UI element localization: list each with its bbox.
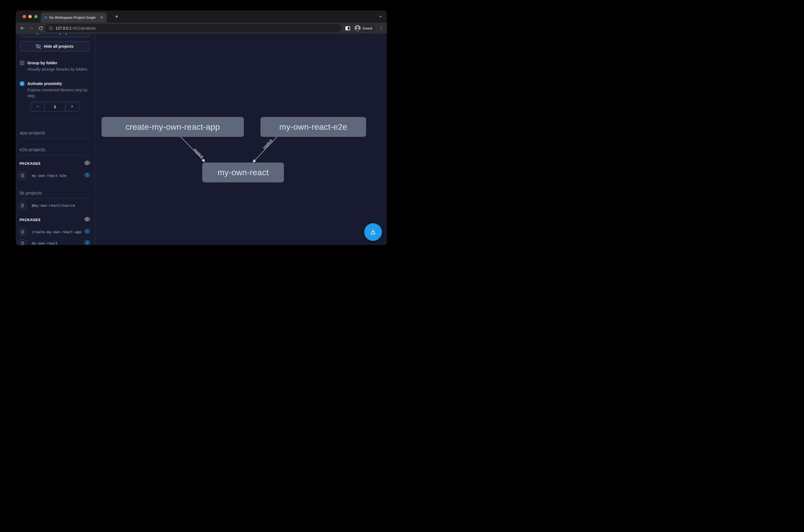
profile-button[interactable]: Guest (354, 24, 376, 32)
project-graph-canvas[interactable]: implicit implicit create-my-own-react-ap… (95, 34, 387, 245)
url-text: 127.0.0.1:4211/projects (55, 26, 95, 30)
group-by-folder-checkbox[interactable] (20, 61, 24, 65)
activate-proximity-checkbox[interactable]: ✓ (20, 81, 24, 86)
toggle-visibility-eye-icon[interactable] (84, 240, 90, 245)
tab-title: Nx Workspace Project Graph (49, 16, 97, 20)
tab-close-icon[interactable]: ✕ (99, 15, 104, 20)
eye-off-icon (36, 44, 41, 49)
activate-proximity-option: ✓ Activate proximity Explore connected l… (20, 81, 91, 99)
download-icon (369, 228, 377, 236)
settings-divider (16, 120, 95, 120)
edge-label-implicit: implicit (193, 148, 204, 159)
project-name: @my-own-react/source (32, 203, 75, 208)
avatar (355, 25, 361, 31)
info-icon[interactable] (49, 26, 53, 30)
address-bar[interactable]: 127.0.0.1:4211/projects (45, 24, 341, 32)
edge-label-implicit: implicit (262, 138, 273, 150)
focus-project-button[interactable] (18, 202, 26, 209)
back-button[interactable] (19, 25, 26, 32)
proximity-stepper: − 1 + (31, 101, 79, 112)
packages-section-lib: PACKAGES (20, 216, 93, 223)
project-name: my-own-react-e2e (32, 174, 66, 178)
group-by-folder-option: Group by folder Visually arrange librari… (20, 60, 91, 72)
packages-title: PACKAGES (20, 218, 41, 222)
zoom-window-button[interactable] (34, 15, 38, 18)
packages-eye-icon[interactable] (84, 216, 90, 223)
toolbar-right-controls: Guest ⋮ (345, 23, 384, 34)
profile-label: Guest (363, 26, 372, 30)
list-item-my-own-react[interactable]: my-own-react (18, 239, 93, 245)
browser-window: N Nx Workspace Project Graph ✕ + 127.0.0… (16, 11, 387, 245)
list-item-create-my-own-react-app[interactable]: create-my-own-react-app (18, 228, 93, 236)
hide-all-projects-button[interactable]: Hide all projects (20, 41, 90, 51)
nx-favicon-icon: N (44, 16, 47, 20)
proximity-value: 1 (44, 102, 65, 111)
graph-node-my-own-react[interactable]: my-own-react (202, 163, 284, 183)
toggle-visibility-eye-icon[interactable] (84, 172, 90, 179)
side-panel-icon[interactable] (345, 26, 350, 30)
close-window-button[interactable] (23, 15, 26, 18)
hide-all-projects-label: Hide all projects (44, 44, 73, 49)
lib-projects-header: lib projects (20, 190, 91, 199)
list-item-my-own-react-e2e[interactable]: my-own-react-e2e (18, 171, 93, 179)
show-all-projects-button[interactable]: Show all projects (20, 34, 90, 37)
project-name: create-my-own-react-app (32, 230, 81, 234)
packages-title: PACKAGES (20, 162, 41, 166)
focus-project-button[interactable] (18, 228, 26, 236)
app-projects-header: app projects (20, 130, 91, 138)
reload-button[interactable] (37, 25, 44, 32)
packages-eye-icon[interactable] (84, 160, 90, 167)
doc-search-icon (20, 203, 24, 208)
tab-bar: N Nx Workspace Project Graph ✕ + (16, 11, 387, 23)
group-by-folder-description: Visually arrange libraries by folders. (27, 66, 91, 72)
show-all-projects-label: Show all projects (43, 34, 75, 35)
proximity-decrement-button[interactable]: − (31, 102, 44, 111)
traffic-lights (23, 15, 38, 18)
browser-tab[interactable]: N Nx Workspace Project Graph ✕ (41, 13, 107, 23)
toggle-visibility-eye-icon[interactable] (84, 228, 90, 235)
eye-icon (35, 34, 40, 35)
focus-project-button[interactable] (18, 239, 26, 245)
doc-search-icon (20, 174, 24, 178)
activate-proximity-label: Activate proximity (27, 81, 62, 86)
page-content: Show all projects Hide all projects Grou… (16, 34, 387, 245)
minimize-window-button[interactable] (28, 15, 32, 18)
packages-section-e2e: PACKAGES (20, 160, 93, 166)
list-item-my-own-react-source[interactable]: @my-own-react/source (18, 201, 93, 209)
new-tab-button[interactable]: + (113, 13, 120, 20)
project-name: my-own-react (32, 241, 58, 245)
activate-proximity-description: Explore connected libraries step by step… (27, 87, 91, 99)
browser-menu-icon[interactable]: ⋮ (379, 26, 384, 30)
forward-button[interactable] (28, 25, 35, 32)
tab-search-chevron-icon[interactable] (379, 15, 382, 20)
sidebar: Show all projects Hide all projects Grou… (16, 34, 95, 245)
download-graph-button[interactable] (364, 223, 382, 241)
proximity-increment-button[interactable]: + (65, 102, 79, 111)
e2e-projects-header: e2e projects (20, 147, 91, 155)
focus-project-button[interactable] (18, 172, 26, 179)
graph-edges: implicit implicit (95, 34, 387, 245)
browser-toolbar: 127.0.0.1:4211/projects Guest ⋮ (16, 23, 387, 34)
doc-search-icon (20, 241, 24, 245)
graph-node-create-my-own-react-app[interactable]: create-my-own-react-app (101, 117, 244, 137)
group-by-folder-label: Group by folder (27, 60, 57, 65)
doc-search-icon (20, 230, 24, 234)
graph-node-my-own-react-e2e[interactable]: my-own-react-e2e (261, 117, 366, 137)
